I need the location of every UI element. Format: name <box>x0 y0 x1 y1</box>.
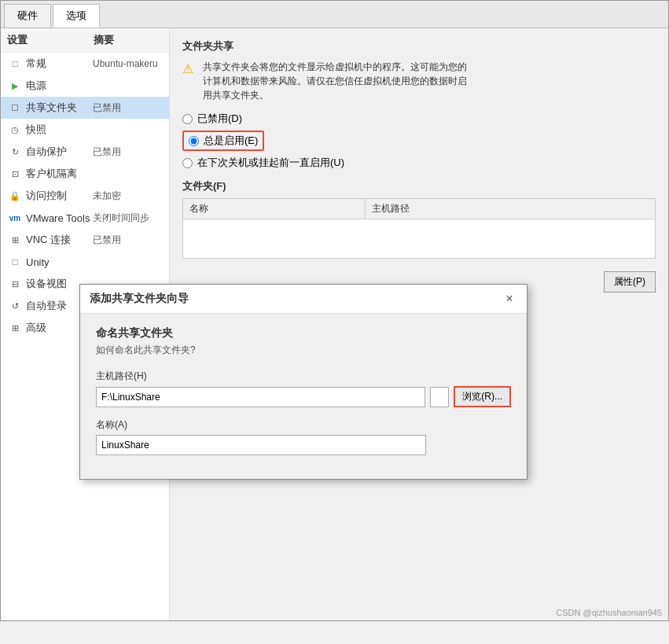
name-label: 名称(A) <box>96 418 511 432</box>
tab-bar: 硬件 选项 <box>1 1 668 28</box>
host-path-label: 主机路径(H) <box>96 370 511 383</box>
sidebar-item-label: 电源 <box>26 79 93 93</box>
lock-icon: ⊡ <box>7 166 23 182</box>
dialog-body: 命名共享文件夹 如何命名此共享文件夹? 主机路径(H) 浏览(R)... 名称(… <box>80 314 527 479</box>
sidebar-item-label: VMware Tools <box>26 212 93 224</box>
dialog-close-button[interactable]: × <box>502 291 517 307</box>
sidebar-col-summary: 摘要 <box>94 33 114 47</box>
add-shared-folder-dialog: 添加共享文件夹向导 × 命名共享文件夹 如何命名此共享文件夹? 主机路径(H) … <box>79 284 527 480</box>
sidebar-item-value: 未加密 <box>93 190 121 203</box>
host-path-group: 主机路径(H) 浏览(R)... <box>96 370 511 407</box>
camera-icon: ◷ <box>7 122 23 138</box>
power-icon: ▶ <box>7 78 23 94</box>
sidebar-item-label: 快照 <box>26 123 93 137</box>
sidebar-item-label: 客户机隔离 <box>26 167 93 181</box>
info-box: ⚠ 共享文件夹会将您的文件显示给虚拟机中的程序。这可能为您的计算机和数据带来风险… <box>182 60 656 102</box>
info-text: 共享文件夹会将您的文件显示给虚拟机中的程序。这可能为您的计算机和数据带来风险。请… <box>203 60 470 102</box>
radio-always[interactable]: 总是启用(E) <box>182 131 264 151</box>
radio-group: 已禁用(D) 总是启用(E) 在下次关机或挂起前一直启用(U) <box>182 112 656 170</box>
warning-icon: ⚠ <box>182 61 198 77</box>
sidebar-item-snapshot[interactable]: ◷ 快照 <box>1 119 169 141</box>
sidebar-item-value: 已禁用 <box>93 145 121 159</box>
sidebar-item-value: Ubuntu-makeru <box>93 58 158 69</box>
radio-disabled-input[interactable] <box>182 114 193 124</box>
sidebar-item-label: 自动保护 <box>26 145 93 159</box>
sidebar-item-general[interactable]: □ 常规 Ubuntu-makeru <box>1 53 169 75</box>
vm-icon: vm <box>7 210 23 226</box>
folder-icon: ☐ <box>7 100 23 116</box>
browse-button[interactable]: 浏览(R)... <box>454 386 511 407</box>
radio-disabled[interactable]: 已禁用(D) <box>182 112 656 126</box>
device-icon: ⊟ <box>7 276 23 292</box>
tab-hardware[interactable]: 硬件 <box>4 4 51 28</box>
main-window: 硬件 选项 设置 摘要 □ 常规 Ubuntu-makeru ▶ 电源 ☐ 共享… <box>0 0 669 621</box>
sidebar-item-access-control[interactable]: 🔒 访问控制 未加密 <box>1 185 169 207</box>
dialog-title: 添加共享文件夹向导 <box>90 292 189 306</box>
sidebar-item-label: VNC 连接 <box>26 233 93 247</box>
sidebar-header: 设置 摘要 <box>1 28 169 53</box>
radio-always-input[interactable] <box>189 136 199 146</box>
name-input[interactable] <box>96 435 426 455</box>
sidebar-item-unity[interactable]: □ Unity <box>1 251 169 273</box>
dialog-subtitle: 命名共享文件夹 <box>96 326 511 340</box>
sidebar-item-vmware-tools[interactable]: vm VMware Tools 关闭时间同步 <box>1 207 169 229</box>
radio-until-suspend[interactable]: 在下次关机或挂起前一直启用(U) <box>182 156 656 170</box>
radio-until-suspend-label: 在下次关机或挂起前一直启用(U) <box>197 156 344 170</box>
col-path: 主机路径 <box>366 199 656 219</box>
section-title: 文件夹共享 <box>182 39 656 53</box>
monitor-icon: □ <box>7 56 23 72</box>
sidebar-item-label: Unity <box>26 256 93 268</box>
tab-options[interactable]: 选项 <box>53 4 100 28</box>
unity-icon: □ <box>7 254 23 270</box>
radio-disabled-label: 已禁用(D) <box>197 112 242 126</box>
sidebar-item-guest-isolation[interactable]: ⊡ 客户机隔离 <box>1 163 169 185</box>
sidebar-item-label: 常规 <box>26 57 93 71</box>
folder-section-title: 文件夹(F) <box>182 179 656 193</box>
autologin-icon: ↺ <box>7 298 23 314</box>
watermark: CSDN @qizhushaonian945 <box>556 608 662 617</box>
vnc-icon: ⊞ <box>7 232 23 248</box>
host-path-checkbox[interactable] <box>430 387 449 407</box>
advanced-icon: ⊞ <box>7 320 23 336</box>
sidebar-item-value: 已禁用 <box>93 101 121 115</box>
col-name: 名称 <box>183 199 366 219</box>
name-group: 名称(A) <box>96 418 511 455</box>
sidebar-item-label: 共享文件夹 <box>26 101 93 115</box>
sidebar-item-vnc[interactable]: ⊞ VNC 连接 已禁用 <box>1 229 169 251</box>
host-path-row: 浏览(R)... <box>96 386 511 407</box>
radio-until-suspend-input[interactable] <box>182 158 193 168</box>
sidebar-item-shared-folder[interactable]: ☐ 共享文件夹 已禁用 <box>1 97 169 119</box>
shield-icon: ↻ <box>7 144 23 160</box>
access-icon: 🔒 <box>7 188 23 204</box>
host-path-input[interactable] <box>96 387 425 407</box>
sidebar-item-auto-protect[interactable]: ↻ 自动保护 已禁用 <box>1 141 169 163</box>
properties-button[interactable]: 属性(P) <box>604 271 656 293</box>
sidebar-item-label: 访问控制 <box>26 189 93 203</box>
sidebar-item-power[interactable]: ▶ 电源 <box>1 75 169 97</box>
sidebar-col-settings: 设置 <box>7 33 94 47</box>
dialog-subtitle2: 如何命名此共享文件夹? <box>96 344 511 357</box>
radio-always-label: 总是启用(E) <box>204 134 258 148</box>
dialog-titlebar: 添加共享文件夹向导 × <box>80 285 527 314</box>
folder-table: 名称 主机路径 <box>182 198 656 259</box>
sidebar-item-value: 已禁用 <box>93 234 121 247</box>
sidebar-item-value: 关闭时间同步 <box>93 212 149 225</box>
name-row <box>96 435 511 455</box>
table-row-empty <box>183 219 656 259</box>
